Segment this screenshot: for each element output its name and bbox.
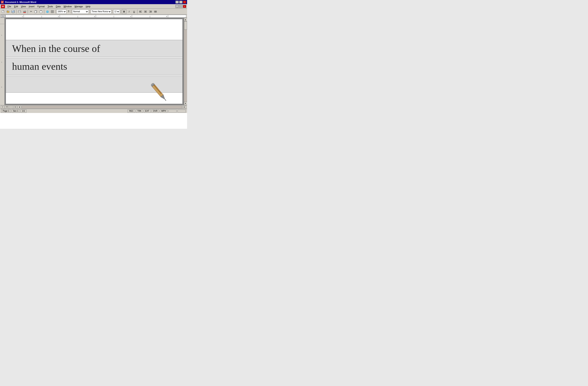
toolbar: ABC ✂ 🌐 166% ? Normal Times New Roman [0, 9, 187, 15]
maximize-button[interactable]: □ [179, 1, 183, 3]
toolbar-separator-8 [121, 10, 121, 14]
svg-rect-2 [7, 11, 8, 11]
status-box2 [177, 110, 186, 113]
scrollbar-down-button[interactable]: ▼ [184, 102, 187, 105]
word-menu-icon: W [1, 5, 5, 8]
svg-rect-15 [51, 10, 54, 13]
zoom-select[interactable]: 166% [57, 10, 66, 14]
align-right-button[interactable] [148, 9, 153, 14]
status-ext: EXT [144, 109, 151, 113]
left-ruler: 1 1 2 [0, 18, 5, 105]
toolbar-separator-7 [112, 10, 112, 14]
doc-close-button[interactable]: × [183, 5, 186, 8]
font-select[interactable]: Times New Roman [91, 10, 111, 14]
align-center-button[interactable] [143, 9, 148, 14]
svg-rect-8 [19, 12, 20, 12]
style-select[interactable]: Normal [72, 10, 89, 14]
page-canvas: When in the course of human events [5, 18, 184, 105]
writing-text-line1: When in the course of [12, 43, 100, 54]
scrollbar-up-button[interactable]: ▲ [184, 18, 187, 21]
vertical-scrollbar[interactable]: ▲ ▼ [184, 18, 187, 105]
font-size-select[interactable]: 12 [113, 10, 120, 14]
toolbar-separator-9 [137, 10, 137, 14]
new-button[interactable] [1, 9, 5, 14]
scroll-right-button[interactable]: ► [183, 106, 186, 109]
document-page: When in the course of human events [6, 19, 183, 104]
menu-help[interactable]: Help [84, 5, 92, 8]
svg-rect-5 [12, 12, 14, 13]
application-window: W Document 2- Microsoft Word _ □ × W Fil… [0, 0, 187, 129]
menu-bar: W File Edit View Insert Format Tools Dat… [0, 4, 187, 9]
svg-rect-13 [40, 11, 42, 13]
paste-button[interactable] [39, 9, 43, 14]
ruler-bar: L 1 2 3 4 5 [0, 15, 187, 18]
view-web-button[interactable]: ⊡ [13, 106, 17, 109]
status-position: 1/1 [21, 109, 26, 113]
close-button[interactable]: × [183, 1, 186, 3]
minimize-button[interactable]: _ [175, 1, 179, 3]
menu-manage[interactable]: Manage [73, 5, 84, 8]
view-outline-button[interactable]: ☰ [5, 106, 9, 109]
ruler-area: 1 2 3 4 5 [5, 15, 186, 18]
menu-file[interactable]: File [6, 5, 12, 8]
bottom-bar: ≡ ☰ □ ⊡ ◄ ► [0, 105, 187, 109]
table-button[interactable] [50, 9, 55, 14]
writing-line-1: When in the course of [6, 40, 183, 57]
menu-insert[interactable]: Insert [27, 5, 36, 8]
menu-format[interactable]: Format [36, 5, 46, 8]
underline-button[interactable]: U [132, 9, 136, 14]
status-box1 [168, 110, 177, 113]
scrollbar-thumb[interactable] [184, 21, 187, 30]
print-button[interactable] [17, 9, 22, 14]
svg-rect-7 [19, 10, 20, 11]
title-bar-controls[interactable]: _ □ × [175, 1, 186, 3]
doc-minimize-button[interactable]: _ [175, 5, 179, 8]
save-button[interactable] [11, 9, 15, 14]
svg-line-51 [165, 99, 166, 101]
status-ovr: OVR [151, 109, 159, 113]
menu-items: File Edit View Insert Format Tools Data … [6, 5, 92, 8]
status-page: Page 1 [1, 109, 11, 113]
title-bar-left: W Document 2- Microsoft Word [1, 1, 36, 3]
menu-tools[interactable]: Tools [46, 5, 54, 8]
hyperlink-button[interactable]: 🌐 [45, 9, 50, 14]
status-trk: TRK [136, 109, 143, 113]
scrollbar-track[interactable] [184, 21, 187, 102]
justify-button[interactable] [153, 9, 158, 14]
writing-text-line2: human events [12, 61, 67, 72]
menu-view[interactable]: View [20, 5, 27, 8]
ruler-left-icon: L [1, 15, 5, 18]
zoom-help-button[interactable]: ? [67, 9, 70, 14]
copy-button[interactable] [34, 9, 38, 14]
status-sec: Sec 1 [12, 109, 20, 113]
bold-button[interactable]: B [122, 9, 126, 14]
status-rec: REC [128, 109, 135, 113]
italic-button[interactable]: I [127, 9, 131, 14]
cut-button[interactable]: ✂ [29, 9, 33, 14]
menu-data[interactable]: Data [54, 5, 62, 8]
toolbar-separator-3 [44, 10, 44, 14]
h-scrollbar-track[interactable] [21, 106, 182, 109]
spellcheck-button[interactable]: ABC [22, 9, 27, 14]
menu-window[interactable]: Window [62, 5, 73, 8]
svg-text:4: 4 [130, 16, 131, 18]
menu-edit[interactable]: Edit [13, 5, 19, 8]
word-icon: W [1, 1, 4, 3]
menu-bar-controls[interactable]: _ □ × [175, 5, 186, 8]
align-left-button[interactable] [138, 9, 143, 14]
writing-line-2: human events [6, 58, 183, 75]
status-wph: WPH [160, 109, 168, 113]
svg-text:🌐: 🌐 [46, 10, 49, 13]
scroll-left-button[interactable]: ◄ [18, 106, 21, 109]
svg-text:3: 3 [94, 16, 95, 18]
doc-maximize-button[interactable]: □ [179, 5, 183, 8]
toolbar-separator-2 [28, 10, 28, 14]
title-bar: W Document 2- Microsoft Word _ □ × [0, 0, 187, 4]
status-bar: Page 1 Sec 1 1/1 REC TRK EXT OVR WPH [0, 109, 187, 113]
view-page-button[interactable]: □ [9, 106, 13, 109]
view-normal-button[interactable]: ≡ [1, 106, 5, 109]
open-button[interactable] [6, 9, 10, 14]
svg-rect-11 [35, 11, 36, 13]
svg-rect-46 [152, 84, 164, 97]
main-content-area: 1 1 2 When in the course of human events [0, 18, 187, 105]
